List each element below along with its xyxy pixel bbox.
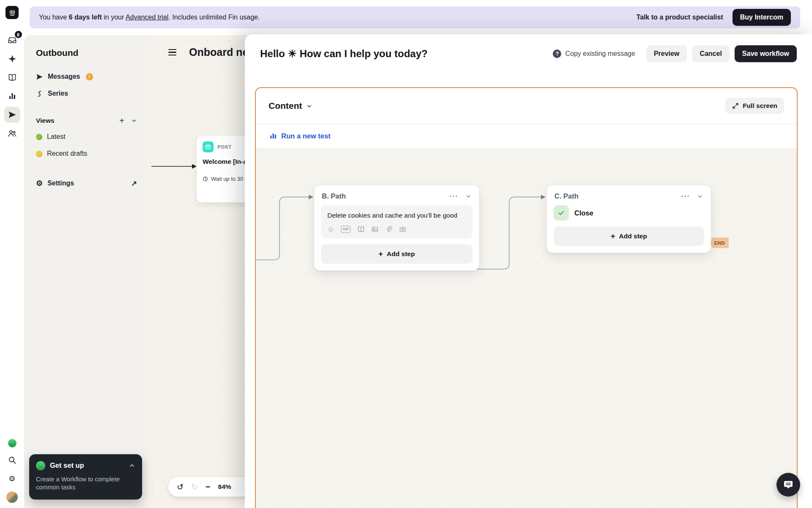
inbox-count-badge: 8 (15, 31, 22, 38)
full-screen-label: Full screen (743, 102, 777, 110)
external-link-icon: ↗ (131, 179, 137, 188)
copy-existing-label: Copy existing message (565, 50, 635, 58)
outbound-icon[interactable] (4, 107, 20, 123)
content-label: Content (269, 101, 302, 111)
intercom-app: 8 ⚙ You have 6 days left in your Ad (0, 0, 812, 508)
messenger-launcher-button[interactable] (776, 473, 800, 497)
image-icon[interactable] (371, 226, 379, 233)
emoji-icon[interactable]: ☺ (327, 226, 334, 233)
inbox-icon[interactable]: 8 (4, 32, 20, 48)
trial-banner: You have 6 days left in your Advanced tr… (30, 6, 800, 28)
get-set-up-title: Get set up (50, 461, 124, 469)
series-label: Series (48, 90, 68, 97)
add-step-label: Add step (619, 232, 647, 240)
expand-icon (732, 102, 739, 109)
article-icon[interactable] (357, 226, 365, 233)
zoom-level: 84% (218, 483, 231, 491)
setup-progress-icon[interactable] (8, 439, 16, 447)
get-set-up-card[interactable]: Get set up Create a Workflow to complete… (29, 454, 142, 500)
recent-drafts-label: Recent drafts (47, 150, 87, 157)
chevron-down-icon[interactable] (697, 193, 703, 199)
plus-icon: + (379, 250, 383, 258)
path-b-add-step-button[interactable]: + Add step (321, 244, 472, 264)
messages-label: Messages (48, 73, 80, 80)
path-b-message-card[interactable]: Delete cookies and cache and you'll be g… (321, 205, 472, 238)
test-chart-icon (269, 132, 277, 140)
menu-icon[interactable] (167, 47, 178, 57)
path-b-title: B. Path (322, 192, 450, 200)
banner-prefix: You have (39, 14, 67, 21)
banner-suffix: . Includes unlimited Fin usage. (168, 14, 260, 21)
apple-icon (36, 134, 42, 140)
checkmark-icon (554, 205, 569, 221)
search-icon[interactable] (4, 452, 20, 468)
advanced-trial-link[interactable]: Advanced trial (126, 14, 168, 21)
path-b-menu-icon[interactable]: ··· (450, 193, 458, 200)
knowledge-icon[interactable] (4, 69, 20, 86)
chevron-down-icon[interactable] (465, 193, 472, 199)
message-title: Hello ☀ How can I help you today? (260, 48, 428, 60)
content-section: Content Full screen Run a new test (255, 87, 798, 508)
run-new-test-link[interactable]: Run a new test (256, 124, 797, 148)
get-set-up-icon (36, 461, 45, 470)
reports-icon[interactable] (4, 88, 20, 104)
clock-icon (203, 176, 208, 182)
outbound-sidebar: Outbound Messages ! Series Views + Lates… (24, 35, 147, 508)
latest-label: Latest (47, 133, 66, 141)
sidebar-item-series[interactable]: Series (32, 85, 141, 102)
sidebar-item-settings[interactable]: ⚙ Settings ↗ (32, 175, 141, 192)
contacts-icon[interactable] (4, 125, 20, 141)
chevron-up-icon[interactable] (129, 462, 135, 469)
camera-icon[interactable] (399, 226, 406, 233)
run-test-label: Run a new test (281, 132, 330, 140)
post-badge: POST (217, 144, 232, 149)
talk-to-specialist-link[interactable]: Talk to a product specialist (636, 14, 723, 21)
undo-icon[interactable]: ↺ (177, 482, 184, 492)
paths-canvas[interactable]: B. Path ··· Delete cookies and cache and… (256, 148, 797, 508)
add-step-label: Add step (387, 250, 415, 258)
messenger-icon (783, 479, 794, 490)
path-b-node[interactable]: B. Path ··· Delete cookies and cache and… (314, 185, 479, 271)
redo-icon[interactable]: ↻ (191, 482, 198, 492)
zoom-out-button[interactable]: − (206, 482, 211, 492)
fin-ai-icon[interactable] (4, 51, 20, 67)
settings-gear-icon[interactable]: ⚙ (4, 471, 20, 487)
plus-icon: + (611, 232, 615, 240)
series-icon (36, 90, 43, 97)
attachment-icon[interactable] (385, 226, 392, 233)
preview-button[interactable]: Preview (646, 45, 687, 62)
trial-banner-text: You have 6 days left in your Advanced tr… (39, 14, 636, 21)
path-c-node[interactable]: C. Path ··· Close + Add st (547, 185, 711, 253)
warning-badge-icon: ! (86, 73, 93, 80)
sidebar-item-latest[interactable]: Latest (32, 128, 141, 145)
user-avatar[interactable] (6, 491, 18, 503)
get-set-up-subtitle: Create a Workflow to complete common tas… (36, 475, 121, 492)
content-dropdown[interactable]: Content (269, 101, 313, 111)
path-c-add-step-button[interactable]: + Add step (554, 226, 704, 246)
gif-icon[interactable]: GIF (341, 226, 351, 233)
app-rail: 8 ⚙ (0, 0, 24, 508)
full-screen-button[interactable]: Full screen (725, 98, 784, 114)
chevron-down-icon[interactable] (131, 118, 137, 124)
settings-label: Settings (47, 179, 74, 187)
save-workflow-button[interactable]: Save workflow (735, 45, 797, 62)
add-view-button[interactable]: + (119, 116, 124, 125)
cancel-button[interactable]: Cancel (692, 45, 729, 62)
path-c-title: C. Path (554, 192, 681, 200)
message-editor-panel: Hello ☀ How can I help you today? ? Copy… (245, 34, 812, 508)
views-header: Views + (32, 113, 141, 128)
banner-days-left: 6 days left (69, 14, 102, 21)
buy-intercom-button[interactable]: Buy Intercom (732, 9, 791, 26)
chevron-down-icon (306, 103, 313, 109)
sidebar-item-recent-drafts[interactable]: Recent drafts (32, 145, 141, 162)
copy-existing-message-link[interactable]: ? Copy existing message (553, 50, 635, 58)
sidebar-item-messages[interactable]: Messages ! (32, 68, 141, 85)
banner-mid: in your (104, 14, 124, 21)
intercom-logo-icon[interactable] (5, 6, 19, 19)
views-label: Views (36, 117, 119, 124)
path-c-menu-icon[interactable]: ··· (681, 193, 690, 200)
wait-label: Wait up to 30 (211, 176, 243, 182)
gear-icon: ⚙ (36, 179, 43, 187)
path-b-message-text: Delete cookies and cache and you'll be g… (327, 211, 466, 220)
close-step[interactable]: Close (554, 205, 704, 221)
